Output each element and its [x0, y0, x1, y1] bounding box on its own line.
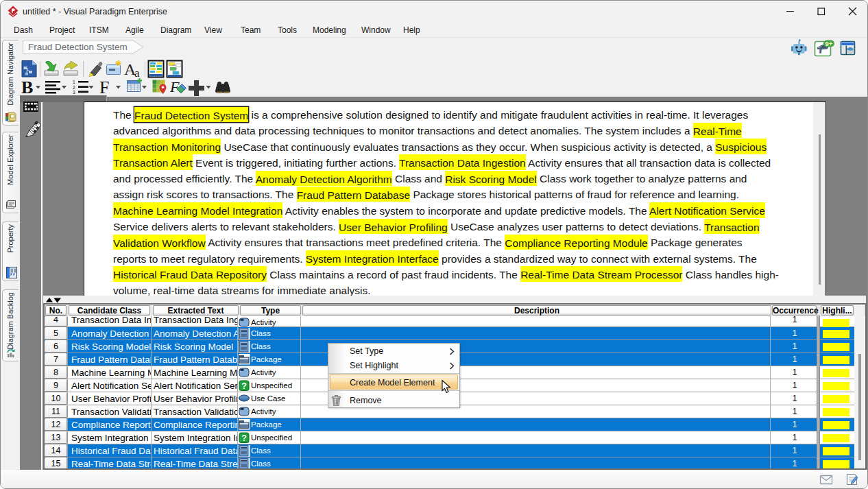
svg-text:?: ? [241, 381, 247, 391]
svg-text:a: a [134, 67, 140, 78]
svg-text:Fraud Detection System: Fraud Detection System [28, 42, 128, 52]
svg-text:B: B [21, 78, 33, 96]
svg-text:2: 2 [73, 85, 75, 90]
svg-text:3: 3 [73, 90, 75, 95]
svg-text:?: ? [241, 433, 247, 443]
svg-text:F: F [169, 78, 180, 95]
svg-text:1: 1 [73, 80, 75, 84]
svg-text:F: F [99, 78, 109, 96]
svg-text:9+: 9+ [825, 40, 833, 47]
